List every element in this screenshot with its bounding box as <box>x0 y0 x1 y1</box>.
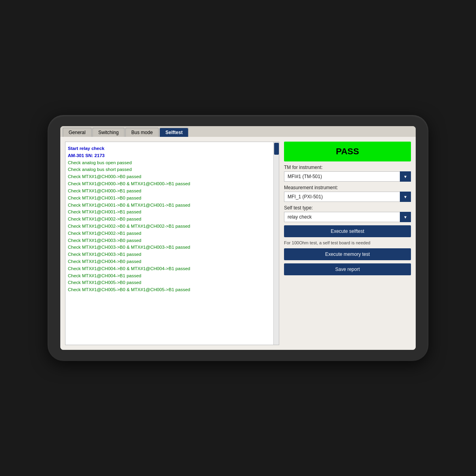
log-line: Check MTX#1@CH001->B0 passed <box>68 195 271 202</box>
device-screen: General Switching Bus mode Selftest Star… <box>60 126 416 350</box>
self-test-select[interactable]: relay check100Ohm testmemory test <box>284 212 411 222</box>
info-text: For 100Ohm test, a self test board is ne… <box>284 240 411 245</box>
right-panel: PASS TM for instrument: MFI#1 (TM-501)MF… <box>284 142 411 345</box>
measurement-instrument-group: Measurement instrument: MFI_1 (PXI-501)M… <box>284 185 411 202</box>
execute-selftest-button[interactable]: Execute selftest <box>284 225 411 237</box>
log-line: Check MTX#1@CH005->B0 passed <box>68 279 271 286</box>
scrollbar-thumb <box>274 143 279 155</box>
log-line: Check MTX#1@CH000->B0 & MTX#1@CH000->B1 … <box>68 180 271 188</box>
log-line: Check MTX#1@CH003->B0 & MTX#1@CH003->B1 … <box>68 244 271 251</box>
log-line: Check analog bus open passed <box>68 159 271 167</box>
log-line: Check MTX#1@CH004->B1 passed <box>68 273 271 280</box>
tm-instrument-group: TM for instrument: MFI#1 (TM-501)MFI#2 (… <box>284 165 411 182</box>
measurement-label: Measurement instrument: <box>284 185 411 190</box>
tm-select[interactable]: MFI#1 (TM-501)MFI#2 (TM-502) <box>284 171 411 182</box>
log-line: Check analog bus short passed <box>68 166 271 173</box>
tab-general[interactable]: General <box>63 128 92 137</box>
log-line: AM-301 SN: 2173 <box>68 152 271 159</box>
measurement-select-wrapper: MFI_1 (PXI-501)MFI_2 (PXI-502) <box>284 192 411 202</box>
self-test-type-group: Self test type: relay check100Ohm testme… <box>284 205 411 222</box>
log-line: Start relay check <box>68 145 271 152</box>
main-content: Start relay checkAM-301 SN: 2173Check an… <box>60 137 416 350</box>
execute-memory-test-button[interactable]: Execute memory test <box>284 248 411 260</box>
save-report-button[interactable]: Save report <box>284 263 411 275</box>
log-line: Check MTX#1@CH000->B1 passed <box>68 188 271 195</box>
log-panel: Start relay checkAM-301 SN: 2173Check an… <box>65 142 279 345</box>
device-frame: General Switching Bus mode Selftest Star… <box>48 115 428 361</box>
log-line: Check MTX#1@CH002->B1 passed <box>68 230 271 237</box>
tm-select-wrapper: MFI#1 (TM-501)MFI#2 (TM-502) <box>284 171 411 182</box>
tab-selftest[interactable]: Selftest <box>159 128 188 137</box>
tab-bar: General Switching Bus mode Selftest <box>60 126 416 137</box>
log-line: Check MTX#1@CH004->B0 passed <box>68 258 271 265</box>
self-test-select-wrapper: relay check100Ohm testmemory test <box>284 212 411 222</box>
log-line: Check MTX#1@CH004->B0 & MTX#1@CH004->B1 … <box>68 265 271 273</box>
tab-busmode[interactable]: Bus mode <box>125 128 159 137</box>
self-test-label: Self test type: <box>284 205 411 211</box>
log-scrollbar[interactable] <box>273 142 279 345</box>
log-line: Check MTX#1@CH002->B0 & MTX#1@CH002->B1 … <box>68 223 271 230</box>
log-line: Check MTX#1@CH001->B1 passed <box>68 209 271 216</box>
log-line: Check MTX#1@CH003->B0 passed <box>68 237 271 244</box>
log-line: Check MTX#1@CH000->B0 passed <box>68 173 271 180</box>
log-line: Check MTX#1@CH001->B0 & MTX#1@CH001->B1 … <box>68 202 271 209</box>
pass-banner: PASS <box>284 142 411 161</box>
log-line: Check MTX#1@CH003->B1 passed <box>68 251 271 258</box>
log-line: Check MTX#1@CH005->B0 & MTX#1@CH005->B1 … <box>68 286 271 294</box>
log-content: Start relay checkAM-301 SN: 2173Check an… <box>65 142 273 345</box>
log-line: Check MTX#1@CH002->B0 passed <box>68 216 271 223</box>
tm-label: TM for instrument: <box>284 165 411 170</box>
measurement-select[interactable]: MFI_1 (PXI-501)MFI_2 (PXI-502) <box>284 192 411 202</box>
tab-switching[interactable]: Switching <box>92 128 125 137</box>
